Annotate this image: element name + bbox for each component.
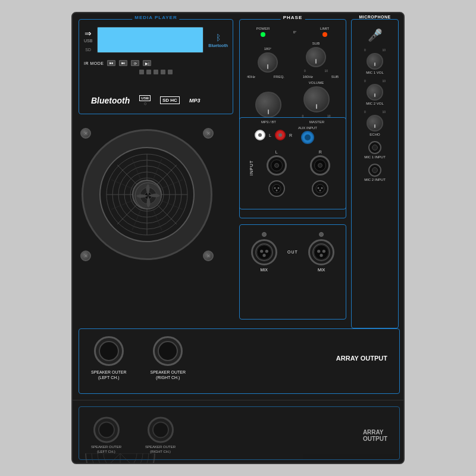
device-panel: MEDIA PLAYER ⇒ USB SD ᛒ Bluetooth IR MOD… — [71, 12, 405, 464]
xlr-large-l[interactable] — [251, 239, 277, 265]
rca-white-socket[interactable] — [255, 130, 265, 140]
rca-red-socket[interactable] — [275, 130, 286, 140]
play-btn[interactable]: ⏭ — [119, 60, 127, 66]
knob-volume[interactable] — [303, 86, 330, 112]
knob-mic2-vol[interactable] — [367, 84, 383, 101]
transport-dot-5[interactable] — [168, 70, 173, 74]
rca-r-label: R — [289, 133, 292, 137]
speaker-outer-right-group: SPEAKER OUTER (RIGHT CH.) — [151, 336, 186, 380]
jack-l-socket[interactable] — [267, 155, 287, 176]
sd-label: SD HC — [160, 96, 180, 104]
knob-mic1-vol[interactable] — [367, 53, 383, 70]
knob-freq[interactable] — [255, 92, 281, 118]
mix-section: MIX OUT MIX — [239, 224, 346, 320]
screw-br — [203, 250, 214, 261]
knob-180[interactable] — [258, 52, 278, 73]
jack-r-label: R — [319, 150, 322, 154]
xlr-large-r[interactable] — [308, 239, 334, 265]
mic2-vol-group: 0 10 MIC 2 VOL — [364, 79, 386, 105]
speaker-outer-left-group: SPEAKER OUTER (LEFT CH.) — [91, 336, 127, 380]
media-player-label: MEDIA PLAYER — [132, 15, 179, 20]
knob-sub-1[interactable] — [306, 47, 326, 67]
mix-led-2 — [319, 232, 324, 237]
speaker-outer-right-socket[interactable] — [153, 336, 183, 366]
bluetooth-icon: ᛒ — [216, 33, 221, 42]
hz160-label: 160Hz — [303, 75, 313, 79]
mic1-vol-label: MIC 1 VOL — [366, 71, 384, 74]
out-label: OUT — [287, 250, 298, 254]
usb-symbol: ⇒ USB — [84, 29, 92, 43]
jack-r-socket[interactable] — [310, 155, 330, 176]
xlr-small-l[interactable] — [268, 180, 285, 197]
svg-point-21 — [316, 184, 324, 193]
array-output-section: SPEAKER OUTER (LEFT CH.) SPEAKER OUTER (… — [79, 328, 400, 394]
svg-point-27 — [265, 250, 268, 253]
sub-label-2: SUB — [331, 75, 339, 79]
bluetooth-badge: Bluetooth — [208, 43, 228, 48]
mic1-input-label: MIC 1 INPUT — [364, 155, 386, 159]
phase-label: PHASE — [281, 15, 305, 20]
screw-bl — [80, 250, 91, 261]
screw-tl — [80, 128, 91, 139]
aux-socket[interactable] — [301, 131, 314, 144]
repeat-btn[interactable]: ⟳ — [131, 60, 139, 66]
mic1-input-socket[interactable] — [368, 141, 381, 154]
lcd-screen — [97, 27, 203, 53]
power-label: POWER — [256, 27, 270, 30]
svg-point-28 — [262, 254, 265, 257]
mic1-vol-group: 0 10 MIC 1 VOL — [364, 48, 386, 74]
svg-point-20 — [275, 190, 277, 192]
mix-led-1 — [262, 232, 267, 237]
mic2-input-group: MIC 2 INPUT — [364, 164, 386, 181]
array-output-label: ARRAY OUTPUT — [336, 354, 387, 362]
speaker-outer-left-label: SPEAKER OUTER — [91, 369, 127, 375]
mic2-vol-label: MIC 2 VOL — [366, 102, 384, 105]
transport-dot-4[interactable] — [161, 70, 165, 74]
io-section: INPUT L R AUX INPUT — [239, 117, 346, 218]
array-label-block: ARRAY OUTPUT — [336, 354, 387, 362]
bluetooth-text: Bluetooth — [91, 96, 130, 105]
svg-point-19 — [277, 187, 279, 189]
speaker-outer-left-socket[interactable] — [94, 336, 124, 366]
prev-btn[interactable]: ⏮ — [107, 60, 115, 66]
sub-label-1: SUB — [312, 42, 320, 45]
xlr-small-r[interactable] — [312, 180, 328, 197]
power-led — [261, 32, 265, 37]
svg-point-24 — [320, 190, 321, 192]
usb-label: USB — [139, 95, 151, 101]
transport-dot-1[interactable] — [139, 70, 144, 74]
svg-point-29 — [314, 245, 328, 259]
speaker-outer-right-ch: (RIGHT CH.) — [151, 375, 186, 380]
svg-point-18 — [274, 187, 275, 189]
transport-dot-3[interactable] — [154, 70, 158, 74]
svg-point-17 — [273, 184, 281, 193]
svg-point-26 — [260, 250, 263, 253]
limit-led — [322, 32, 327, 37]
svg-point-32 — [320, 254, 323, 257]
mic2-input-label: MIC 2 INPUT — [364, 178, 386, 181]
sd-card-icon: SD — [85, 48, 91, 52]
fan-center — [132, 180, 162, 209]
bottom-section: SPEAKER OUTER(LEFT CH.) SPEAKER OUTER(RI… — [73, 400, 403, 464]
speaker-outer-right-label: SPEAKER OUTER — [151, 369, 186, 375]
transport-dot-2[interactable] — [146, 70, 151, 74]
svg-point-31 — [322, 250, 325, 253]
screw-tr — [203, 128, 214, 139]
usb-sub-icon: ⬡ — [144, 102, 146, 105]
mic-section: MICROPHONE 🎤 0 10 MIC 1 VOL 0 10 — [351, 19, 399, 328]
mic1-input-group: MIC 1 INPUT — [364, 141, 386, 159]
next-btn[interactable]: ▶| — [143, 60, 151, 66]
knob-echo[interactable] — [367, 115, 383, 131]
mic-section-label: MICROPHONE — [357, 15, 392, 19]
mic2-input-socket[interactable] — [368, 164, 381, 177]
echo-group: 0 10 ECHO — [364, 110, 386, 136]
input-label: INPUT — [249, 160, 253, 176]
jack-l-label: L — [275, 150, 278, 154]
freq-label: FREQ. — [274, 75, 284, 79]
rca-l-label: L — [269, 133, 271, 137]
limit-label: LIMIT — [320, 27, 329, 30]
hz40-label: 40Hz — [247, 75, 255, 79]
usb-icon-block: ⇒ USB SD — [84, 29, 92, 52]
speaker-outer-left-ch: (LEFT CH.) — [91, 375, 127, 380]
volume-label: VOLUME — [309, 81, 324, 84]
